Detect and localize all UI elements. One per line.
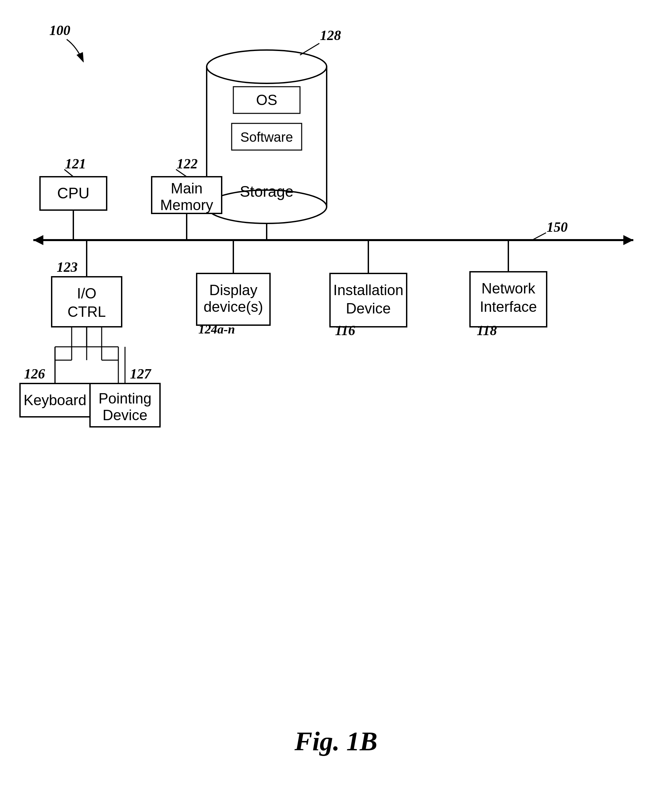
io-ctrl-label: I/O xyxy=(77,285,97,301)
ref-121: 121 xyxy=(65,156,86,171)
io-ctrl-label2: CTRL xyxy=(68,304,106,320)
network-interface-label2: Interface xyxy=(480,299,537,315)
display-device-label: Display xyxy=(209,282,257,298)
ref-100: 100 xyxy=(49,23,70,38)
main-memory-label2: Memory xyxy=(160,197,213,213)
ref-123: 123 xyxy=(57,260,78,275)
cpu-label: CPU xyxy=(57,184,89,202)
diagram: OS Software Storage 128 100 150 xyxy=(0,0,672,805)
ref-124an: 124a-n xyxy=(198,322,235,336)
svg-line-11 xyxy=(533,233,546,240)
ref-127: 127 xyxy=(130,366,152,381)
os-label: OS xyxy=(256,92,277,108)
network-interface-label: Network xyxy=(481,280,535,296)
main-memory-label: Main xyxy=(170,180,202,196)
svg-marker-10 xyxy=(623,235,633,245)
storage-label: Storage xyxy=(240,183,293,200)
ref-128: 128 xyxy=(320,28,341,43)
installation-device-label2: Device xyxy=(346,300,391,317)
ref-118: 118 xyxy=(477,323,497,338)
svg-line-5 xyxy=(300,43,319,55)
keyboard-label: Keyboard xyxy=(24,392,86,408)
pointing-device-label: Pointing xyxy=(98,390,151,406)
display-device-label2: device(s) xyxy=(204,299,263,315)
ref-122: 122 xyxy=(177,156,198,171)
svg-marker-9 xyxy=(33,235,43,245)
pointing-device-label2: Device xyxy=(103,407,148,423)
installation-device-label: Installation xyxy=(333,282,403,298)
ref-126: 126 xyxy=(24,366,45,381)
ref-150: 150 xyxy=(547,219,568,235)
software-label: Software xyxy=(240,130,293,145)
figure-label: Fig. 1B xyxy=(294,727,378,756)
ref-116: 116 xyxy=(335,323,355,338)
svg-point-1 xyxy=(207,50,327,83)
